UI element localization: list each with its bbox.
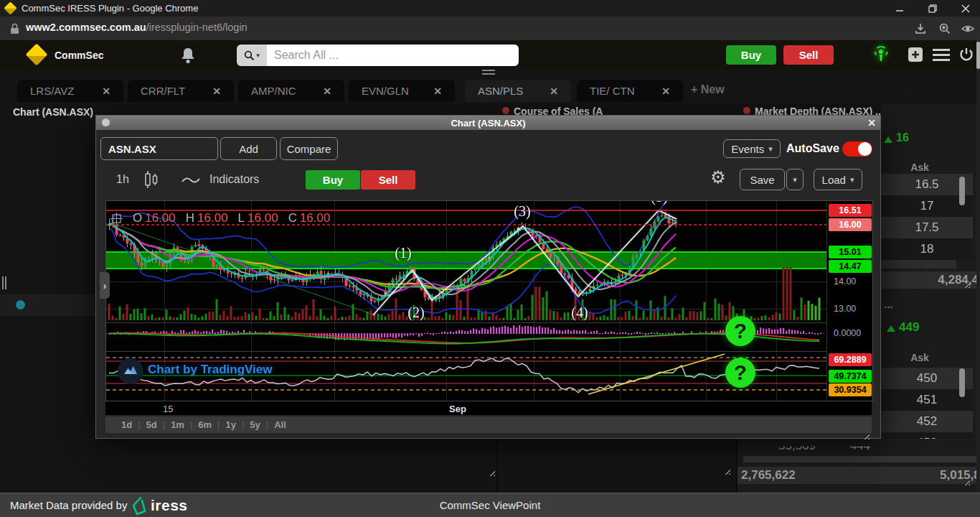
- tab-close-icon[interactable]: ✕: [102, 85, 110, 97]
- price-label: 15.01: [829, 246, 872, 258]
- candlestick-style-icon[interactable]: [143, 170, 159, 189]
- minimize-button[interactable]: [892, 3, 908, 14]
- price-label: 30.9354: [829, 383, 872, 396]
- ask-price-row[interactable]: 17.5: [881, 217, 973, 238]
- range-button-1y[interactable]: 1y: [220, 419, 242, 430]
- help-icon[interactable]: ?: [725, 316, 755, 346]
- chart-buy-button[interactable]: Buy: [306, 170, 360, 190]
- time-axis[interactable]: 15Sep: [105, 401, 872, 415]
- new-tab-button[interactable]: + New: [691, 83, 725, 96]
- save-dropdown-button[interactable]: ▾: [786, 169, 804, 190]
- ask-price-row[interactable]: 452: [881, 411, 973, 432]
- restore-button[interactable]: [925, 3, 941, 14]
- splitter-handle[interactable]: [2, 276, 4, 289]
- search-scope-button[interactable]: ▾: [237, 45, 267, 66]
- dialog-header[interactable]: Chart (ASN.ASX) ✕: [96, 116, 880, 130]
- indicators-button[interactable]: Indicators: [209, 173, 259, 186]
- download-icon[interactable]: [914, 22, 927, 35]
- search-input[interactable]: [267, 45, 519, 66]
- app-diamond-icon: [4, 1, 17, 14]
- resize-grip-left-widget[interactable]: [488, 469, 495, 476]
- url-text[interactable]: www2.commsec.com.au/iressplugin-net6/log…: [26, 22, 248, 33]
- dialog-close-icon[interactable]: ✕: [867, 117, 876, 129]
- elliott-wave-label: (2): [407, 304, 424, 321]
- save-button[interactable]: Save: [740, 169, 785, 190]
- gear-icon[interactable]: ⚙: [710, 167, 726, 187]
- chart-sell-button[interactable]: Sell: [361, 170, 415, 190]
- tab-close-icon[interactable]: ✕: [433, 85, 442, 97]
- line-style-icon[interactable]: [181, 174, 201, 185]
- tradingview-attribution[interactable]: Chart by TradingView: [148, 363, 273, 377]
- elliott-wave-label: (4): [571, 304, 588, 321]
- tab-asn-pls[interactable]: ASN/PLS✕: [465, 80, 571, 102]
- elliott-wave-label: (3): [514, 203, 530, 220]
- bell-icon[interactable]: [179, 46, 197, 65]
- ask-price-row[interactable]: 18: [881, 238, 973, 260]
- buy-button[interactable]: Buy: [726, 45, 776, 65]
- crosshair-icon: [110, 213, 123, 225]
- url-path: /iressplugin-net6/login: [146, 22, 248, 33]
- scrollbar-thumb-top[interactable]: [959, 177, 965, 205]
- tab-close-icon[interactable]: ✕: [661, 85, 670, 97]
- brand-name: CommSec: [55, 50, 103, 61]
- collapse-panel-chevron[interactable]: ›: [100, 272, 110, 299]
- elliott-wave-label: (1): [395, 245, 411, 261]
- ohlc-legend: O16.00 H16.00 L16.00 C16.00: [110, 211, 330, 225]
- tab-lrs-avz[interactable]: LRS/AVZ✕: [17, 80, 123, 102]
- range-button-5d[interactable]: 5d: [141, 419, 163, 430]
- dialog-resize-grip[interactable]: [862, 432, 870, 439]
- total-ask-volume: 5,015,8: [940, 468, 980, 483]
- sell-button[interactable]: Sell: [783, 45, 834, 65]
- tab-evn-gln[interactable]: EVN/GLN✕: [349, 80, 455, 102]
- commsec-iress-window: CommSec IRESS Plugin - Google Chrome www…: [0, 0, 980, 517]
- tab-tie-ctn[interactable]: TIE/ CTN✕: [577, 80, 683, 102]
- tab-close-icon[interactable]: ✕: [323, 85, 331, 97]
- dialog-title: Chart (ASN.ASX): [451, 118, 525, 129]
- market-depth-panel: 16 Ask 16.51717.518 4,284,4 ... 449 Ask …: [881, 104, 980, 493]
- tab-crr-flt[interactable]: CRR/FLT✕: [128, 80, 234, 102]
- add-widget-icon[interactable]: [908, 47, 923, 62]
- events-dropdown[interactable]: Events▾: [723, 139, 781, 158]
- load-dropdown-button[interactable]: Load▾: [814, 169, 862, 190]
- interval-button[interactable]: 1h: [116, 173, 129, 186]
- symbol-input[interactable]: [100, 137, 218, 160]
- background-row-highlight: [0, 294, 95, 316]
- range-button-1d[interactable]: 1d: [116, 419, 138, 430]
- tab-close-icon[interactable]: ✕: [212, 85, 221, 97]
- chevron-down-icon: ▾: [256, 52, 260, 59]
- price-scale[interactable]: 16.5116.0015.0114.4714.0013.000.000069.2…: [826, 201, 872, 401]
- range-button-1m[interactable]: 1m: [165, 419, 190, 430]
- clipped-bid: 444: [845, 439, 870, 453]
- scrollbar-thumb[interactable]: [976, 42, 980, 69]
- compare-button[interactable]: Compare: [280, 137, 338, 160]
- help-icon[interactable]: ?: [725, 358, 755, 388]
- range-button-all[interactable]: All: [268, 419, 292, 430]
- alerts-beacon-icon[interactable]: [872, 45, 890, 65]
- tab-label: AMP/NIC: [251, 85, 296, 97]
- range-button-5y[interactable]: 5y: [244, 419, 265, 430]
- url-domain: www2.commsec.com.au: [26, 22, 146, 33]
- tab-close-icon[interactable]: ✕: [550, 85, 558, 97]
- power-icon[interactable]: [958, 47, 974, 62]
- partial-row: [881, 260, 956, 269]
- close-button[interactable]: [958, 3, 974, 14]
- ask-header-top: Ask: [898, 162, 941, 173]
- change-value-top: 16: [896, 131, 909, 144]
- autosave-toggle[interactable]: [842, 141, 872, 157]
- eye-icon[interactable]: [961, 23, 974, 34]
- toolbar-drag-handle[interactable]: [482, 70, 495, 75]
- resize-grip-mid-widget[interactable]: [723, 467, 730, 475]
- chart-widget-title[interactable]: Chart (ASN.ASX): [13, 106, 93, 118]
- tab-amp-nic[interactable]: AMP/NIC✕: [238, 80, 344, 102]
- time-tick-label: Sep: [449, 404, 466, 414]
- add-button[interactable]: Add: [220, 137, 277, 160]
- tab-label: TIE/ CTN: [590, 85, 635, 97]
- zoom-in-icon[interactable]: [938, 22, 951, 35]
- tradingview-logo[interactable]: [118, 358, 143, 384]
- menu-icon[interactable]: [933, 49, 950, 61]
- range-button-6m[interactable]: 6m: [192, 419, 217, 430]
- price-label: 16.51: [829, 204, 872, 217]
- scrollbar-thumb-bottom[interactable]: [959, 368, 965, 397]
- scrollbar-track[interactable]: [976, 40, 980, 493]
- splitter-handle-2[interactable]: [5, 276, 6, 289]
